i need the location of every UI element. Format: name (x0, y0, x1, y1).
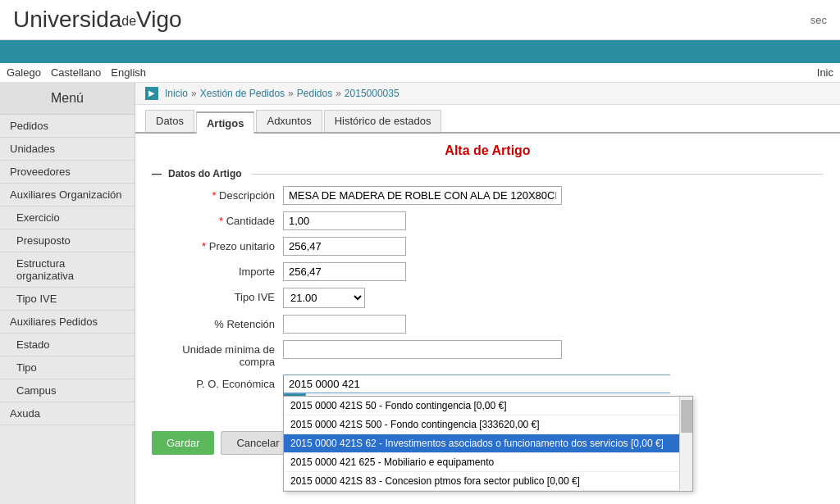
sidebar-item-aux-pedidos[interactable]: Auxiliares Pedidos (0, 311, 135, 334)
prezo-label: Prezo unitario (152, 237, 283, 252)
sidebar-item-tipo-ive[interactable]: Tipo IVE (0, 288, 135, 311)
po-wrapper: ▼ 2015 0000 421S 50 - Fondo contingencia… (283, 375, 693, 415)
unidade-label: Unidade mínima de compra (152, 340, 283, 368)
sidebar-item-unidades[interactable]: Unidades (0, 138, 135, 161)
po-dropdown-list: 2015 0000 421S 50 - Fondo contingencia [… (283, 396, 693, 492)
content-area: ▶ Inicio » Xestión de Pedidos » Pedidos … (135, 83, 840, 504)
page-header: UniversidadeVigo sec (0, 0, 840, 40)
breadcrumb-order-id[interactable]: 2015000035 (345, 88, 399, 99)
header-right-text: sec (810, 14, 827, 26)
tab-datos[interactable]: Datos (145, 110, 194, 132)
lang-galego[interactable]: Galego (7, 66, 41, 79)
dropdown-item-4[interactable]: 2015 0000 421S 83 - Concesion ptmos fora… (284, 472, 679, 491)
dropdown-item-2[interactable]: 2015 0000 421S 62 - Investimentos asocia… (284, 434, 679, 453)
importe-input[interactable] (283, 262, 406, 281)
retencion-input[interactable] (283, 315, 406, 334)
prezo-input[interactable] (283, 237, 406, 256)
sidebar-title: Menú (0, 83, 135, 115)
descripcion-row: Descripción (152, 186, 824, 205)
tipo-ive-select[interactable]: 21.00 (283, 288, 365, 308)
sidebar-item-estructura[interactable]: Estructura organizativa (0, 252, 135, 288)
po-input[interactable] (283, 375, 670, 393)
descripcion-label: Descripción (152, 186, 283, 202)
po-label: P. O. Económica (152, 375, 283, 390)
cantidad-row: Cantidade (152, 211, 824, 230)
breadcrumb-pedidos[interactable]: Pedidos (297, 88, 332, 99)
sidebar: Menú Pedidos Unidades Proveedores Auxili… (0, 83, 135, 504)
retencion-label: % Retención (152, 315, 283, 330)
main-layout: Menú Pedidos Unidades Proveedores Auxili… (0, 83, 840, 504)
teal-decorative-bar (0, 40, 840, 63)
scroll-thumb (681, 400, 692, 433)
sidebar-item-exercicio[interactable]: Exercicio (0, 207, 135, 229)
logo-text: UniversidadeVigo (13, 7, 182, 32)
lang-links: Galego Castellano English (7, 66, 146, 79)
breadcrumb-arrow-icon: ▶ (145, 87, 158, 100)
save-button[interactable]: Gardar (152, 431, 214, 455)
importe-row: Importe (152, 262, 824, 281)
language-nav: Galego Castellano English Inic (0, 63, 840, 83)
dropdown-item-0[interactable]: 2015 0000 421S 50 - Fondo contingencia [… (284, 397, 679, 415)
dropdown-items: 2015 0000 421S 50 - Fondo contingencia [… (284, 397, 679, 491)
tipo-ive-dropdown-wrapper: 21.00 (283, 288, 365, 308)
tabs: Datos Artigos Adxuntos Histórico de esta… (135, 105, 840, 134)
sidebar-item-tipo[interactable]: Tipo (0, 356, 135, 379)
tipo-ive-row: Tipo IVE 21.00 (152, 288, 824, 308)
unidade-input[interactable] (283, 340, 562, 359)
sidebar-item-axuda[interactable]: Axuda (0, 402, 135, 425)
dropdown-item-3[interactable]: 2015 0000 421 625 - Mobiliario e equipam… (284, 453, 679, 472)
tipo-ive-label: Tipo IVE (152, 288, 283, 303)
sidebar-item-pedidos[interactable]: Pedidos (0, 115, 135, 138)
sidebar-item-estado[interactable]: Estado (0, 334, 135, 356)
unidade-row: Unidade mínima de compra (152, 340, 824, 368)
tab-artigos[interactable]: Artigos (196, 111, 255, 134)
form-title: Alta de Artigo (152, 143, 824, 158)
sidebar-item-presuposto[interactable]: Presuposto (0, 229, 135, 252)
cantidad-label: Cantidade (152, 211, 283, 227)
nav-right: Inic (817, 66, 833, 79)
form-area: Alta de Artigo Datos do Artigo Descripci… (135, 134, 840, 465)
breadcrumb-xestion[interactable]: Xestión de Pedidos (200, 88, 285, 99)
importe-label: Importe (152, 262, 283, 278)
sidebar-item-campus[interactable]: Campus (0, 379, 135, 402)
sidebar-item-auxiliares-org[interactable]: Auxiliares Organización (0, 184, 135, 207)
prezo-row: Prezo unitario (152, 237, 824, 256)
tab-historico[interactable]: Histórico de estados (324, 110, 442, 132)
dropdown-scrollbar[interactable] (679, 397, 692, 491)
lang-english[interactable]: English (111, 66, 146, 79)
breadcrumb-inicio[interactable]: Inicio (165, 88, 188, 99)
logo: UniversidadeVigo (13, 7, 182, 33)
lang-castellano[interactable]: Castellano (51, 66, 101, 79)
breadcrumb: ▶ Inicio » Xestión de Pedidos » Pedidos … (135, 83, 840, 105)
sidebar-item-proveedores[interactable]: Proveedores (0, 161, 135, 184)
cantidad-input[interactable] (283, 211, 406, 230)
tab-adxuntos[interactable]: Adxuntos (256, 110, 322, 132)
descripcion-input[interactable] (283, 186, 562, 205)
retencion-row: % Retención (152, 315, 824, 334)
po-row: P. O. Económica ▼ 2015 0000 421S 50 - Fo… (152, 375, 824, 415)
dropdown-item-1[interactable]: 2015 0000 421S 500 - Fondo contingencia … (284, 415, 679, 434)
section-datos-artigo: Datos do Artigo (152, 168, 824, 179)
